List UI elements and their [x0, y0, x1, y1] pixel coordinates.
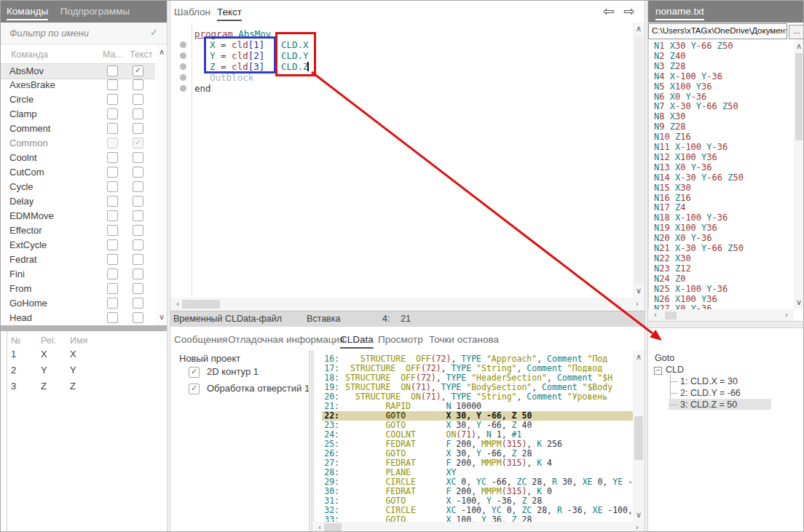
code-line[interactable]: Outblock — [194, 72, 631, 83]
tab-preview[interactable]: Просмотр — [378, 334, 423, 345]
nav-back-icon[interactable]: ⇦ — [603, 3, 615, 20]
command-row[interactable]: Delay — [1, 194, 155, 209]
splitter-left-center[interactable] — [167, 1, 170, 532]
scroll-up-icon[interactable]: ∧ — [157, 47, 167, 57]
scroll-up-icon[interactable]: ∧ — [634, 352, 644, 362]
command-row[interactable]: Fini — [1, 267, 155, 282]
scroll-down-icon[interactable]: ∨ — [794, 298, 804, 308]
scroll-up-icon[interactable]: ∧ — [794, 41, 804, 52]
command-row[interactable]: GoHome — [1, 296, 155, 311]
scroll-down-icon[interactable]: ∨ — [634, 510, 644, 520]
text-checkbox[interactable] — [133, 108, 143, 119]
scroll-left-icon[interactable]: ‹ — [173, 299, 183, 309]
command-row[interactable]: Circle — [1, 92, 155, 107]
inspector-group[interactable]: CLD — [666, 365, 684, 375]
tab-commands[interactable]: Команды — [7, 6, 48, 20]
inspector-item[interactable]: 1: CLD.X = 30 — [680, 376, 738, 386]
command-row[interactable]: Coolnt — [1, 151, 155, 165]
scroll-thumb[interactable] — [795, 53, 803, 140]
macro-checkbox[interactable] — [107, 65, 118, 76]
macro-checkbox[interactable] — [107, 239, 118, 250]
tab-noname-txt[interactable]: noname.txt — [655, 6, 704, 20]
nc-hscrollbar[interactable]: ‹ › — [648, 309, 794, 321]
text-checkbox[interactable] — [133, 298, 143, 309]
breakpoint-dot-icon[interactable] — [180, 74, 186, 81]
breakpoint-dot-icon[interactable] — [180, 85, 186, 92]
macro-checkbox[interactable] — [107, 181, 118, 192]
inspector-item[interactable]: 3: CLD.Z = 50 — [680, 400, 737, 410]
inspector-root[interactable]: Goto — [655, 353, 674, 363]
text-checkbox[interactable] — [133, 283, 143, 294]
scroll-thumb[interactable] — [665, 311, 677, 319]
text-checkbox[interactable] — [133, 181, 143, 192]
command-row[interactable]: AxesBrake — [1, 78, 155, 92]
tab-subprograms[interactable]: Подпрограммы — [60, 6, 130, 17]
splitter-project-listing[interactable] — [309, 350, 312, 532]
scroll-left-icon[interactable]: ‹ — [315, 523, 325, 532]
tab-debug-info[interactable]: Отладочная информация — [228, 334, 344, 345]
scroll-thumb[interactable] — [324, 523, 342, 531]
command-row[interactable]: Comment — [1, 122, 155, 136]
command-row[interactable]: CutCom — [1, 165, 155, 180]
command-row[interactable]: EDMMove — [1, 209, 155, 223]
text-checkbox[interactable] — [133, 94, 143, 105]
text-checkbox[interactable] — [133, 225, 143, 236]
macro-checkbox[interactable] — [107, 210, 118, 221]
editor-vscrollbar[interactable]: ∧ ∨ — [633, 23, 645, 298]
breakpoint-dot-icon[interactable] — [180, 52, 186, 59]
code-line[interactable]: end — [194, 83, 631, 94]
text-checkbox[interactable] — [133, 239, 143, 250]
scroll-right-icon[interactable]: › — [632, 523, 642, 532]
tab-breakpoints[interactable]: Точки останова — [429, 334, 499, 345]
inspector-item[interactable]: 2: CLD.Y = -66 — [680, 388, 741, 398]
text-checkbox[interactable] — [133, 210, 143, 221]
scroll-thumb[interactable] — [634, 36, 643, 283]
tab-cldata[interactable]: CLData — [340, 334, 374, 349]
text-checkbox[interactable]: ✓ — [133, 138, 143, 148]
command-row[interactable]: Head — [1, 311, 155, 325]
macro-checkbox[interactable] — [107, 225, 118, 236]
command-row[interactable]: Fedrat — [1, 253, 155, 267]
project-checkbox[interactable]: ✓ — [189, 367, 200, 378]
scroll-thumb[interactable] — [634, 416, 643, 460]
text-checkbox[interactable] — [133, 152, 143, 163]
command-row[interactable]: Common✓ — [1, 136, 155, 151]
text-checkbox[interactable]: ✓ — [133, 65, 143, 76]
macro-checkbox[interactable] — [107, 94, 118, 105]
command-row[interactable]: ExtCycle — [1, 238, 155, 253]
filter-check-icon[interactable]: ✓ — [150, 27, 158, 38]
listing-hscrollbar[interactable]: ‹ › — [313, 522, 645, 532]
text-checkbox[interactable] — [133, 196, 143, 207]
scroll-right-icon[interactable]: › — [632, 299, 642, 309]
breakpoint-dot-icon[interactable] — [180, 63, 186, 70]
nc-vscrollbar[interactable]: ∧ ∨ — [794, 40, 804, 309]
macro-checkbox[interactable] — [107, 123, 118, 134]
command-row[interactable]: AbsMov✓ — [1, 63, 155, 79]
commands-scrollbar[interactable]: ∧ ∨ — [156, 44, 167, 325]
project-checkbox[interactable]: ✓ — [189, 384, 200, 394]
scroll-down-icon[interactable]: ∨ — [634, 286, 644, 296]
tab-messages[interactable]: Сообщения — [174, 334, 227, 345]
command-row[interactable]: Effector — [1, 223, 155, 238]
left-splitter[interactable] — [1, 325, 167, 331]
scroll-up-icon[interactable]: ∧ — [634, 24, 644, 34]
output-path-input[interactable]: C:\Users\xTAGx\OneDrive\Документы\ — [648, 23, 787, 39]
macro-checkbox[interactable] — [107, 254, 118, 265]
text-checkbox[interactable] — [133, 79, 143, 90]
macro-checkbox[interactable] — [107, 196, 118, 207]
filter-input-placeholder[interactable]: Фильтр по имени — [9, 28, 89, 39]
command-row[interactable]: Clamp — [1, 107, 155, 122]
macro-checkbox[interactable] — [107, 269, 118, 279]
macro-checkbox[interactable] — [107, 138, 118, 148]
tab-template[interactable]: Шаблон — [174, 7, 210, 17]
macro-checkbox[interactable] — [107, 283, 118, 294]
nav-forward-icon[interactable]: ⇨ — [623, 3, 635, 20]
command-row[interactable]: Cycle — [1, 180, 155, 194]
text-checkbox[interactable] — [133, 312, 143, 323]
project-item-label[interactable]: 2D контур 1 — [207, 366, 259, 377]
project-item-label[interactable]: Обработка отверстий 1 — [207, 383, 310, 394]
right-hsplitter[interactable] — [648, 321, 804, 328]
listing-vscrollbar[interactable]: ∧ ∨ — [633, 351, 645, 522]
project-root[interactable]: Новый проект — [179, 353, 240, 364]
breakpoint-dot-icon[interactable] — [180, 41, 186, 48]
